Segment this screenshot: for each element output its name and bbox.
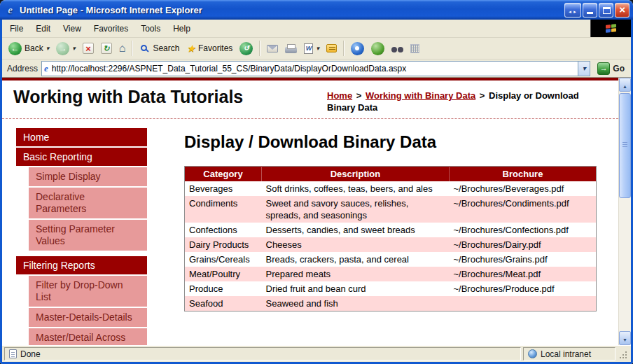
go-label: Go — [613, 64, 625, 74]
menu-tools[interactable]: Tools — [134, 20, 167, 37]
chevron-down-icon — [583, 65, 586, 72]
status-text: Done — [20, 349, 41, 359]
column-header-category: Category — [185, 167, 262, 182]
sidebar-item-simple-display[interactable]: Simple Display — [29, 167, 147, 186]
brochure-cell: ~/Brochures/Confections.pdf — [450, 223, 597, 237]
breadcrumb-link-section[interactable]: Working with Binary Data — [366, 90, 475, 101]
category-cell: Produce — [185, 281, 262, 296]
sidebar-item-master-detail-two-pages[interactable]: Master/Detail Across Two Pages — [29, 328, 147, 345]
address-dropdown-button[interactable] — [578, 62, 590, 76]
description-cell: Seaweed and fish — [262, 296, 450, 312]
resize-grip[interactable] — [618, 347, 629, 360]
titlebar[interactable]: Untitled Page - Microsoft Internet Explo… — [0, 0, 633, 20]
sidebar-item-setting-parameter-values[interactable]: Setting Parameter Values — [29, 220, 147, 251]
sidebar-item-filtering-reports[interactable]: Filtering Reports — [16, 256, 147, 274]
grip-dots-icon — [625, 357, 627, 358]
category-cell: Meat/Poultry — [185, 267, 262, 281]
back-button[interactable]: Back — [5, 41, 53, 57]
table-row: Produce Dried fruit and bean curd ~/Broc… — [185, 281, 597, 296]
scroll-track[interactable] — [619, 92, 631, 331]
content-title: Display / Download Binary Data — [184, 132, 618, 152]
menu-help[interactable]: Help — [167, 20, 197, 37]
status-bar: Done Local intranet — [2, 345, 631, 362]
category-cell: Seafood — [185, 296, 262, 312]
table-row: Grains/Cereals Breads, crackers, pasta, … — [185, 252, 597, 267]
column-header-description: Description — [262, 167, 450, 182]
local-intranet-icon — [528, 349, 537, 358]
vertical-scrollbar[interactable] — [618, 78, 631, 345]
main-content: Display / Download Binary Data Category … — [147, 128, 618, 345]
print-button[interactable] — [281, 42, 300, 55]
address-input[interactable] — [50, 62, 578, 76]
table-row: Meat/Poultry Prepared meats ~/Brochures/… — [185, 267, 597, 281]
scroll-up-button[interactable] — [619, 78, 631, 92]
maximize-button[interactable] — [599, 3, 613, 18]
brochure-cell: ~/Brochures/Grains.pdf — [450, 252, 597, 267]
close-icon — [619, 4, 625, 16]
tiles-button[interactable] — [407, 43, 423, 55]
table-row: Beverages Soft drinks, coffees, teas, be… — [185, 181, 597, 196]
menu-favorites[interactable]: Favorites — [88, 20, 134, 37]
category-cell: Beverages — [185, 181, 262, 196]
sidebar-item-master-details-details[interactable]: Master-Details-Details — [29, 308, 147, 327]
search-button[interactable]: Search — [136, 42, 183, 55]
toolbar-separator — [343, 41, 345, 56]
home-button[interactable] — [116, 41, 130, 55]
breadcrumb-separator: > — [356, 90, 362, 101]
search-icon — [141, 45, 147, 51]
find-button[interactable] — [388, 43, 407, 55]
description-cell: Prepared meats — [262, 267, 450, 281]
mail-button[interactable] — [263, 43, 281, 54]
history-button[interactable] — [236, 41, 256, 57]
browser-window: Untitled Page - Microsoft Internet Explo… — [0, 0, 633, 364]
brochure-cell: ~/Brochures/Meat.pdf — [450, 267, 597, 281]
word-icon — [304, 43, 313, 54]
scroll-thumb[interactable] — [619, 93, 631, 198]
edit-word-button[interactable] — [300, 42, 323, 55]
close-button[interactable] — [615, 3, 629, 18]
discuss-button[interactable] — [323, 43, 340, 54]
description-cell: Breads, crackers, pasta, and cereal — [262, 252, 450, 267]
sidebar-item-basic-reporting[interactable]: Basic Reporting — [16, 148, 147, 166]
menu-edit[interactable]: Edit — [29, 20, 57, 37]
window-nav-button[interactable] — [564, 3, 581, 18]
history-icon — [239, 42, 253, 55]
brochure-cell: ~/Brochures/Produce.pdf — [450, 281, 597, 296]
messenger-button[interactable] — [347, 41, 368, 57]
minimize-icon — [587, 12, 593, 14]
sidebar-item-filter-by-dropdown-list[interactable]: Filter by Drop-Down List — [29, 276, 147, 307]
table-row: Seafood Seaweed and fish — [185, 296, 597, 312]
page-icon — [9, 349, 17, 358]
stop-icon — [83, 43, 94, 54]
sidebar-item-declarative-parameters[interactable]: Declarative Parameters — [29, 188, 147, 218]
category-cell: Grains/Cereals — [185, 252, 262, 267]
minimize-button[interactable] — [583, 3, 597, 18]
breadcrumb-separator: > — [480, 90, 485, 101]
forward-button[interactable] — [53, 41, 79, 57]
scroll-down-button[interactable] — [619, 331, 631, 345]
brochure-cell: ~/Brochures/Condiments.pdf — [450, 196, 597, 223]
menu-file[interactable]: File — [4, 20, 29, 37]
sidebar-nav: Home Basic Reporting Simple Display Decl… — [16, 128, 147, 345]
page-body: Home Basic Reporting Simple Display Decl… — [2, 119, 618, 345]
arrow-up-icon — [622, 78, 627, 91]
categories-table: Category Description Brochure Beverages … — [184, 166, 597, 312]
address-bar: Address Go — [2, 59, 631, 78]
go-icon — [597, 62, 610, 75]
category-cell: Condiments — [185, 196, 262, 223]
breadcrumb: Home > Working with Binary Data > Displa… — [327, 90, 606, 113]
back-icon — [8, 42, 22, 55]
favorites-label: Favorites — [198, 43, 232, 53]
sidebar-item-home[interactable]: Home — [16, 128, 147, 146]
description-cell: Desserts, candies, and sweet breads — [262, 223, 450, 237]
refresh-icon — [101, 43, 112, 54]
breadcrumb-link-home[interactable]: Home — [327, 90, 352, 101]
go-button[interactable]: Go — [594, 62, 628, 75]
menu-bar: File Edit View Favorites Tools Help — [2, 20, 631, 38]
refresh-button[interactable] — [97, 41, 116, 55]
favorites-button[interactable]: Favorites — [183, 42, 236, 55]
site-title: Working with Data Tutorials — [13, 87, 243, 107]
menu-view[interactable]: View — [57, 20, 88, 37]
stop-button[interactable] — [79, 41, 97, 55]
media-button[interactable] — [368, 41, 388, 57]
